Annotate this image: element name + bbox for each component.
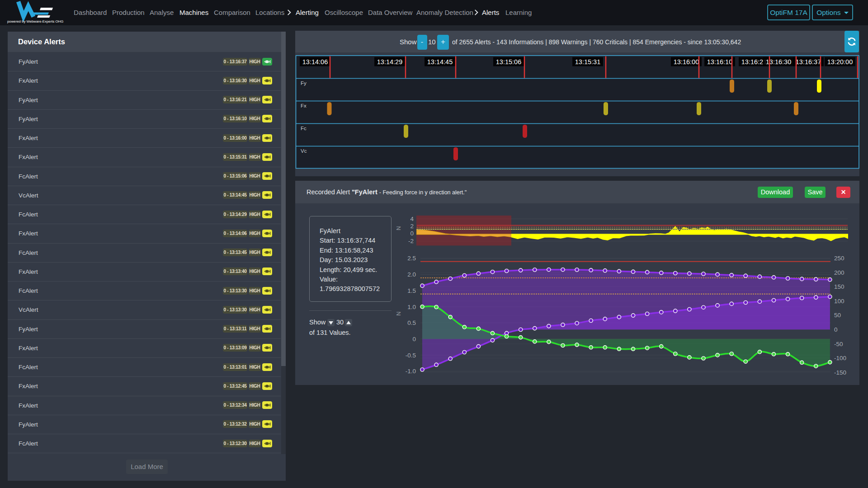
svg-text:4: 4 (410, 216, 414, 222)
svg-text:1.0: 1.0 (407, 304, 416, 310)
svg-text:13:16:21: 13:16:21 (741, 58, 767, 66)
svg-text:250: 250 (834, 255, 844, 262)
svg-text:2.0: 2.0 (407, 271, 416, 278)
svg-text:0.5: 0.5 (407, 319, 416, 326)
svg-text:Vc: Vc (301, 148, 307, 154)
svg-text:0: 0 (412, 336, 416, 343)
svg-text:13:16:10: 13:16:10 (707, 58, 732, 66)
svg-text:13:16:37: 13:16:37 (796, 58, 821, 66)
svg-text:-100: -100 (834, 355, 846, 361)
svg-text:N: N (395, 311, 402, 315)
svg-text:13:14:06: 13:14:06 (302, 58, 328, 66)
svg-text:N: N (395, 226, 402, 230)
svg-text:2.5: 2.5 (407, 255, 416, 262)
svg-text:-150: -150 (834, 369, 846, 376)
svg-text:1.5: 1.5 (407, 287, 416, 294)
svg-text:Fc: Fc (301, 126, 307, 131)
svg-text:13:14:29: 13:14:29 (377, 58, 402, 66)
svg-text:100: 100 (834, 298, 844, 305)
svg-text:150: 150 (834, 283, 844, 290)
svg-text:Fy: Fy (301, 80, 307, 86)
svg-text:powered by Webware-Experts OHG: powered by Webware-Experts OHG (7, 19, 63, 23)
svg-text:Fx: Fx (301, 103, 307, 108)
svg-text:13:14:45: 13:14:45 (427, 58, 453, 66)
svg-text:-1.0: -1.0 (406, 368, 416, 375)
svg-text:-2: -2 (408, 238, 414, 244)
svg-text:13:15:31: 13:15:31 (575, 58, 600, 66)
svg-text:50: 50 (834, 312, 841, 319)
svg-text:2: 2 (410, 223, 414, 230)
svg-text:200: 200 (834, 269, 844, 276)
svg-text:-0.5: -0.5 (406, 352, 416, 359)
svg-text:13:20:00: 13:20:00 (827, 58, 853, 66)
svg-text:13:16:00: 13:16:00 (674, 58, 699, 66)
svg-text:13:15:06: 13:15:06 (496, 58, 521, 66)
svg-text:0: 0 (410, 230, 414, 237)
svg-text:-50: -50 (834, 341, 843, 347)
svg-text:0: 0 (834, 326, 838, 333)
